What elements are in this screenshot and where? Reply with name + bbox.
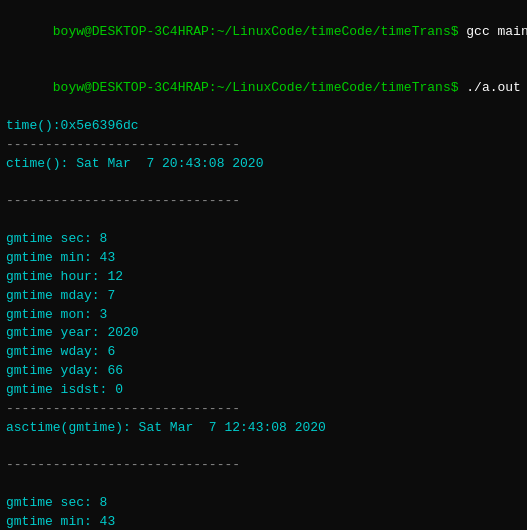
gm-sec-1: gmtime sec: 8: [6, 230, 521, 249]
gm-mday-1: gmtime mday: 7: [6, 287, 521, 306]
gm-mon-1: gmtime mon: 3: [6, 306, 521, 325]
gm-yday-1: gmtime yday: 66: [6, 362, 521, 381]
blank-2: [6, 211, 521, 230]
line-time: time():0x5e6396dc: [6, 117, 521, 136]
divider-3: ------------------------------: [6, 400, 521, 419]
gm-min-2: gmtime min: 43: [6, 513, 521, 530]
blank-3: [6, 437, 521, 456]
line-asctime: asctime(gmtime): Sat Mar 7 12:43:08 2020: [6, 419, 521, 438]
line-1: boyw@DESKTOP-3C4HRAP:~/LinuxCode/timeCod…: [6, 4, 521, 61]
gm-isdst-1: gmtime isdst: 0: [6, 381, 521, 400]
divider-1: ------------------------------: [6, 136, 521, 155]
cmd-1: gcc main.c: [466, 24, 527, 39]
terminal-window: boyw@DESKTOP-3C4HRAP:~/LinuxCode/timeCod…: [0, 0, 527, 530]
divider-2: ------------------------------: [6, 192, 521, 211]
gm-min-1: gmtime min: 43: [6, 249, 521, 268]
gm-hour-1: gmtime hour: 12: [6, 268, 521, 287]
divider-4: ------------------------------: [6, 456, 521, 475]
blank-1: [6, 174, 521, 193]
prompt-2: boyw@DESKTOP-3C4HRAP:~/LinuxCode/timeCod…: [53, 80, 466, 95]
line-2: boyw@DESKTOP-3C4HRAP:~/LinuxCode/timeCod…: [6, 61, 521, 118]
cmd-2: ./a.out: [466, 80, 521, 95]
gm-wday-1: gmtime wday: 6: [6, 343, 521, 362]
prompt-1: boyw@DESKTOP-3C4HRAP:~/LinuxCode/timeCod…: [53, 24, 466, 39]
gm-year-1: gmtime year: 2020: [6, 324, 521, 343]
blank-4: [6, 475, 521, 494]
line-ctime: ctime(): Sat Mar 7 20:43:08 2020: [6, 155, 521, 174]
terminal-output: boyw@DESKTOP-3C4HRAP:~/LinuxCode/timeCod…: [6, 4, 521, 530]
gm-sec-2: gmtime sec: 8: [6, 494, 521, 513]
